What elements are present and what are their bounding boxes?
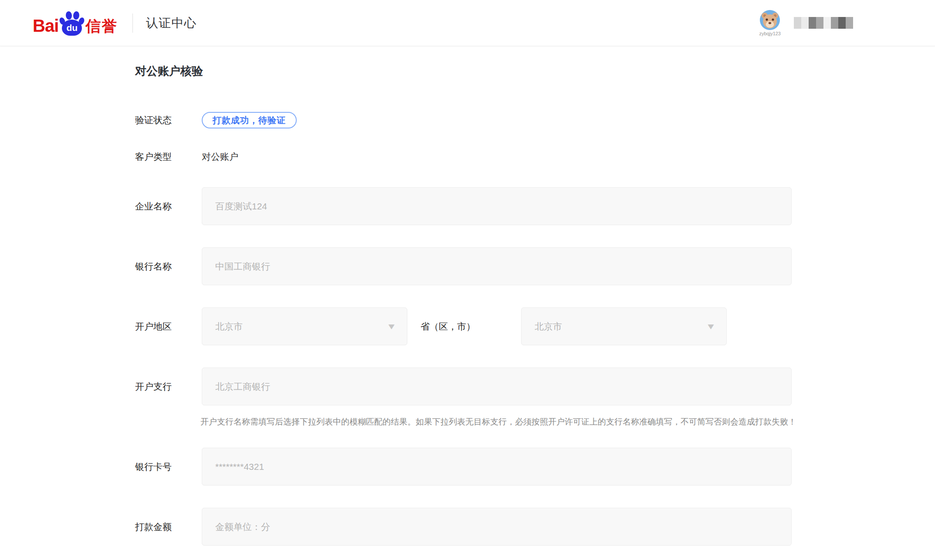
company-name-row: 企业名称 xyxy=(135,187,935,225)
top-header: Bai du 信誉 认证中心 zybqjy123 xyxy=(0,0,935,46)
baidu-credit-logo[interactable]: Bai du 信誉 xyxy=(33,10,118,36)
logo-text-xinyu: 信誉 xyxy=(85,18,118,36)
branch-label: 开户支行 xyxy=(135,381,202,393)
region-row: 开户地区 北京市 ▼ 省（区，市） 北京市 ▼ xyxy=(135,307,935,345)
amount-label: 打款金额 xyxy=(135,521,202,533)
status-badge: 打款成功，待验证 xyxy=(202,112,297,128)
chevron-down-icon: ▼ xyxy=(386,322,397,331)
province-city-label: 省（区，市） xyxy=(420,320,475,333)
header-divider xyxy=(132,13,133,33)
customer-type-label: 客户类型 xyxy=(135,151,202,163)
status-label: 验证状态 xyxy=(135,114,202,126)
page-title: 对公账户核验 xyxy=(135,63,935,79)
status-row: 验证状态 打款成功，待验证 xyxy=(135,112,935,128)
province-select[interactable]: 北京市 ▼ xyxy=(202,307,407,345)
customer-type-row: 客户类型 对公账户 xyxy=(135,150,935,163)
card-number-label: 银行卡号 xyxy=(135,461,202,473)
branch-row: 开户支行 xyxy=(135,368,935,405)
logo-text-du: du xyxy=(66,23,78,32)
site-section-title: 认证中心 xyxy=(146,15,196,31)
chevron-down-icon: ▼ xyxy=(706,322,716,331)
bank-name-label: 银行名称 xyxy=(135,260,202,273)
baidu-paw-icon: du xyxy=(59,10,85,36)
logo-text-bai: Bai xyxy=(33,17,58,36)
province-select-value: 北京市 xyxy=(215,320,243,333)
amount-row: 打款金额 xyxy=(135,508,935,546)
redacted-account-name xyxy=(794,17,853,29)
bank-name-input[interactable] xyxy=(202,247,792,285)
header-user-area: zybqjy123 xyxy=(759,10,853,36)
branch-hint-text: 开户支行名称需填写后选择下拉列表中的模糊匹配的结果。如果下拉列表无目标支行，必须… xyxy=(193,415,798,429)
region-label: 开户地区 xyxy=(135,320,202,333)
customer-type-value: 对公账户 xyxy=(202,151,238,163)
bank-name-row: 银行名称 xyxy=(135,247,935,285)
city-select-value: 北京市 xyxy=(535,320,562,333)
city-select[interactable]: 北京市 ▼ xyxy=(521,307,727,345)
bear-avatar-icon xyxy=(760,10,780,30)
company-name-input[interactable] xyxy=(202,187,792,225)
card-number-row: 银行卡号 xyxy=(135,448,935,486)
username-label: zybqjy123 xyxy=(759,31,781,36)
user-avatar[interactable]: zybqjy123 xyxy=(759,10,781,36)
verification-form: 对公账户核验 验证状态 打款成功，待验证 客户类型 对公账户 企业名称 银行名称… xyxy=(0,46,935,546)
branch-input[interactable] xyxy=(202,368,792,405)
amount-input[interactable] xyxy=(202,508,792,546)
card-number-input[interactable] xyxy=(202,448,792,486)
company-name-label: 企业名称 xyxy=(135,200,202,213)
